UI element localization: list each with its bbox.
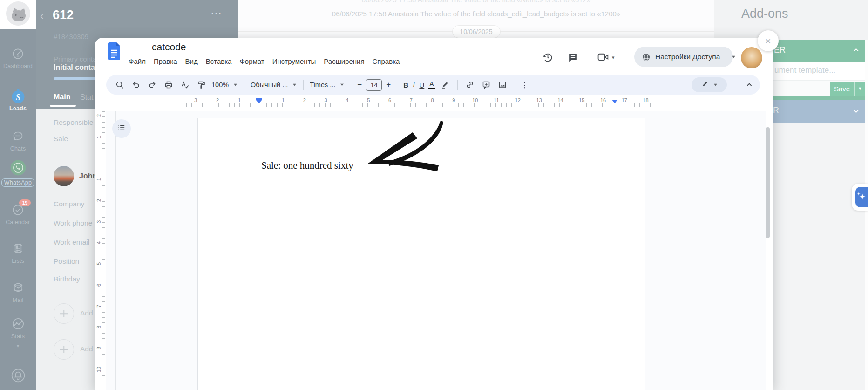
share-caret-icon[interactable] <box>731 53 736 61</box>
font-caret-icon[interactable] <box>339 81 345 89</box>
ruler-number: 2 <box>303 97 306 103</box>
chevron-up-icon[interactable] <box>853 47 860 55</box>
spellcheck-icon[interactable] <box>179 79 191 91</box>
add-company-label: Add <box>80 345 93 353</box>
sidebar-item-dashboard[interactable]: Dashboard <box>0 47 36 69</box>
increase-font-button[interactable]: + <box>386 80 391 89</box>
menu-file[interactable]: Файл <box>129 57 146 65</box>
sidebar-item-lists[interactable]: Lists <box>0 241 36 264</box>
zoom-caret-icon[interactable] <box>233 81 238 89</box>
lead-more-menu[interactable]: ⋯ <box>210 7 223 20</box>
sidebar-item-mail[interactable]: Mail <box>0 281 36 303</box>
field-position[interactable]: Position <box>54 257 79 266</box>
tab-main-underline <box>50 105 76 107</box>
ruler-number: 14 <box>557 97 563 103</box>
menu-tools[interactable]: Инструменты <box>272 57 316 65</box>
sidebar-item-label: WhatsApp <box>1 178 34 187</box>
back-chevron-icon[interactable]: ‹ <box>40 10 44 22</box>
pipeline-stage[interactable]: Initial contact <box>54 63 102 72</box>
save-button[interactable]: Save <box>830 82 854 96</box>
add-contact-button[interactable] <box>54 303 74 324</box>
addon-section-header[interactable]: ER <box>771 40 865 62</box>
menu-format[interactable]: Формат <box>239 57 264 65</box>
underline-button[interactable]: U <box>419 81 424 89</box>
menu-edit[interactable]: Правка <box>154 57 177 65</box>
menu-insert[interactable]: Вставка <box>206 57 232 65</box>
field-work-phone[interactable]: Work phone <box>54 219 92 227</box>
undo-icon[interactable] <box>130 79 142 91</box>
search-icon[interactable] <box>114 79 126 91</box>
version-history-icon[interactable] <box>542 52 554 63</box>
sidebar-item-whatsapp[interactable]: WhatsApp <box>0 159 36 187</box>
ruler-number: 5 <box>367 97 370 103</box>
ruler-number: 4 <box>96 239 102 246</box>
field-company[interactable]: Company <box>54 200 84 208</box>
video-call-icon[interactable] <box>597 52 610 62</box>
user-avatar[interactable] <box>0 0 36 29</box>
ruler-number: 9 <box>452 97 455 103</box>
paint-format-icon[interactable] <box>195 79 207 91</box>
ruler-number: 2 <box>216 97 219 103</box>
zoom-select[interactable]: 100% <box>211 81 229 89</box>
account-avatar[interactable] <box>741 47 762 68</box>
save-dropdown-caret[interactable]: ▼ <box>854 82 865 96</box>
lists-icon <box>0 241 36 255</box>
contact-avatar[interactable] <box>54 166 74 186</box>
share-button[interactable]: Настройки Доступа <box>634 47 733 67</box>
addon-section2-title: R <box>773 106 779 116</box>
field-work-email[interactable]: Work email <box>54 238 89 246</box>
add-comment-icon[interactable] <box>480 79 492 91</box>
addon-section2-header[interactable]: R <box>771 100 865 123</box>
modal-scrollbar[interactable] <box>766 127 770 238</box>
contact-name[interactable]: John <box>79 172 97 180</box>
field-sale[interactable]: Sale <box>54 135 68 143</box>
template-select-field[interactable]: ument template... <box>771 62 865 80</box>
document-outline-button[interactable] <box>112 119 131 138</box>
gauge-icon <box>0 47 36 61</box>
menu-help[interactable]: Справка <box>373 57 400 65</box>
document-text[interactable]: Sale: one hundred sixty <box>261 160 353 171</box>
chevron-down-icon[interactable]: ▾ <box>0 343 36 349</box>
text-color-button[interactable]: A <box>428 81 434 89</box>
cat-avatar-icon <box>6 1 30 27</box>
sidebar-item-label: Calendar <box>0 219 36 226</box>
google-docs-icon[interactable] <box>107 42 121 61</box>
right-indent-marker[interactable] <box>612 100 617 103</box>
notifications-button[interactable] <box>0 367 36 384</box>
redo-icon[interactable] <box>146 79 158 91</box>
close-modal-button[interactable]: × <box>758 30 779 51</box>
comments-icon[interactable] <box>567 52 579 63</box>
more-options-icon[interactable]: ⋮ <box>521 81 529 89</box>
paragraph-style-select[interactable]: Обычный ... <box>251 81 288 89</box>
menu-view[interactable]: Вид <box>185 57 198 65</box>
field-responsible[interactable]: Responsible <box>54 118 93 127</box>
insert-link-icon[interactable] <box>464 79 476 91</box>
style-caret-icon[interactable] <box>292 81 297 89</box>
sidebar-item-chats[interactable]: Chats <box>0 129 36 152</box>
hide-menus-icon[interactable] <box>743 79 755 91</box>
addon-section-footer <box>771 96 865 100</box>
font-size-input[interactable]: 14 <box>366 79 382 91</box>
decrease-font-button[interactable]: − <box>357 80 362 89</box>
tab-main[interactable]: Main <box>54 93 70 101</box>
left-indent-marker[interactable] <box>256 98 262 103</box>
tab-stat[interactable]: Stat <box>80 93 93 102</box>
sidebar-item-leads[interactable]: S Leads <box>0 89 36 112</box>
add-company-button[interactable] <box>54 339 74 360</box>
print-icon[interactable] <box>163 79 175 91</box>
highlighter-icon[interactable] <box>439 79 451 91</box>
editing-mode-button[interactable] <box>692 77 727 92</box>
menu-extensions[interactable]: Расширения <box>324 57 364 65</box>
sidebar-item-calendar[interactable]: 19 Calendar <box>0 203 36 226</box>
field-birthday[interactable]: Birthday <box>54 275 80 283</box>
gemini-sparkle-button[interactable] <box>855 187 868 207</box>
italic-button[interactable]: I <box>413 81 415 89</box>
video-call-caret-icon[interactable]: ▾ <box>612 55 615 61</box>
document-title[interactable]: catcode <box>152 41 186 53</box>
bold-button[interactable]: B <box>403 81 408 89</box>
insert-image-icon[interactable] <box>496 79 509 91</box>
chevron-down-icon[interactable] <box>853 108 860 116</box>
sidebar-item-stats[interactable]: Stats ▾ <box>0 317 36 349</box>
ruler-number: 11 <box>494 97 499 103</box>
font-select[interactable]: Times ... <box>310 81 335 89</box>
